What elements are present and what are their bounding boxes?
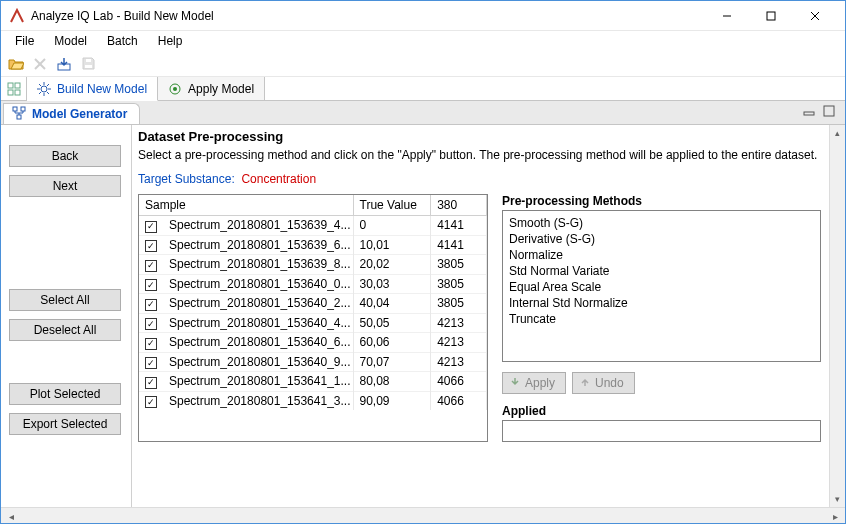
checkbox-icon[interactable]: ✓ (145, 377, 157, 389)
checkbox-icon[interactable]: ✓ (145, 260, 157, 272)
next-button[interactable]: Next (9, 175, 121, 197)
svg-rect-11 (8, 90, 13, 95)
samples-table[interactable]: Sample True Value 380 ✓Spectrum_20180801… (138, 194, 488, 442)
maximize-button[interactable] (749, 2, 793, 30)
svg-point-23 (173, 87, 177, 91)
methods-title: Pre-processing Methods (502, 194, 821, 208)
col-380[interactable]: 380 (431, 195, 487, 216)
export-selected-button[interactable]: Export Selected (9, 413, 121, 435)
scroll-left-icon[interactable]: ◂ (3, 511, 19, 522)
cell-true-value: 90,09 (353, 391, 431, 410)
svg-rect-28 (824, 106, 834, 116)
menu-batch[interactable]: Batch (99, 33, 146, 49)
scroll-right-icon[interactable]: ▸ (827, 511, 843, 522)
import-icon[interactable] (53, 53, 75, 75)
table-row[interactable]: ✓Spectrum_20180801_153640_0...30,033805 (139, 274, 487, 294)
table-row[interactable]: ✓Spectrum_20180801_153639_6...10,014141 (139, 235, 487, 255)
menu-help[interactable]: Help (150, 33, 191, 49)
cell-sample: Spectrum_20180801_153640_4... (163, 313, 353, 333)
vertical-scrollbar[interactable]: ▴ ▾ (829, 125, 845, 507)
content: Dataset Pre-processing Select a pre-proc… (131, 125, 845, 507)
methods-list[interactable]: Smooth (S-G)Derivative (S-G)NormalizeStd… (502, 210, 821, 362)
cell-380: 4213 (431, 313, 487, 333)
maximize-view-icon[interactable] (823, 105, 835, 120)
table-row[interactable]: ✓Spectrum_20180801_153639_4...04141 (139, 216, 487, 236)
methods-panel: Pre-processing Methods Smooth (S-G)Deriv… (502, 194, 821, 442)
table-row[interactable]: ✓Spectrum_20180801_153641_3...90,094066 (139, 391, 487, 410)
svg-rect-9 (8, 83, 13, 88)
list-item[interactable]: Equal Area Scale (509, 279, 814, 295)
list-item[interactable]: Std Normal Variate (509, 263, 814, 279)
applied-list[interactable] (502, 420, 821, 442)
cell-sample: Spectrum_20180801_153640_9... (163, 352, 353, 372)
cell-sample: Spectrum_20180801_153640_6... (163, 333, 353, 353)
minimize-view-icon[interactable] (803, 105, 815, 120)
cell-true-value: 60,06 (353, 333, 431, 353)
tab-model-generator[interactable]: Model Generator (3, 103, 140, 124)
col-true-value[interactable]: True Value (353, 195, 431, 216)
perspective-switcher-icon[interactable] (1, 77, 27, 100)
menubar: File Model Batch Help (1, 31, 845, 51)
down-arrow-icon (509, 376, 521, 391)
menu-model[interactable]: Model (46, 33, 95, 49)
plot-selected-button[interactable]: Plot Selected (9, 383, 121, 405)
cell-sample: Spectrum_20180801_153640_2... (163, 294, 353, 314)
cell-380: 4213 (431, 333, 487, 353)
list-item[interactable]: Derivative (S-G) (509, 231, 814, 247)
table-row[interactable]: ✓Spectrum_20180801_153640_9...70,074213 (139, 352, 487, 372)
cell-380: 4141 (431, 216, 487, 236)
menu-file[interactable]: File (7, 33, 42, 49)
list-item[interactable]: Truncate (509, 311, 814, 327)
app-icon (9, 8, 25, 24)
viewtabs: Model Generator (1, 101, 845, 125)
open-icon[interactable] (5, 53, 27, 75)
table-row[interactable]: ✓Spectrum_20180801_153641_1...80,084066 (139, 372, 487, 392)
cell-380: 4141 (431, 235, 487, 255)
scroll-down-icon[interactable]: ▾ (830, 491, 845, 507)
scroll-up-icon[interactable]: ▴ (830, 125, 845, 141)
toolbar (1, 51, 845, 77)
list-item[interactable]: Normalize (509, 247, 814, 263)
svg-line-21 (39, 92, 41, 94)
tab-label: Build New Model (57, 82, 147, 96)
checkbox-icon[interactable]: ✓ (145, 221, 157, 233)
checkbox-icon[interactable]: ✓ (145, 338, 157, 350)
svg-rect-8 (86, 59, 91, 62)
table-row[interactable]: ✓Spectrum_20180801_153640_4...50,054213 (139, 313, 487, 333)
cell-true-value: 10,01 (353, 235, 431, 255)
svg-line-18 (39, 84, 41, 86)
table-row[interactable]: ✓Spectrum_20180801_153639_8...20,023805 (139, 255, 487, 275)
undo-button[interactable]: Undo (572, 372, 635, 394)
list-item[interactable]: Smooth (S-G) (509, 215, 814, 231)
list-item[interactable]: Internal Std Normalize (509, 295, 814, 311)
table-row[interactable]: ✓Spectrum_20180801_153640_6...60,064213 (139, 333, 487, 353)
titlebar: Analyze IQ Lab - Build New Model (1, 1, 845, 31)
svg-rect-7 (85, 65, 92, 68)
cell-true-value: 40,04 (353, 294, 431, 314)
cell-380: 4066 (431, 372, 487, 392)
cell-sample: Spectrum_20180801_153641_1... (163, 372, 353, 392)
col-sample[interactable]: Sample (139, 195, 353, 216)
tab-build-new-model[interactable]: Build New Model (27, 77, 158, 101)
horizontal-scrollbar[interactable]: ◂ ▸ (1, 507, 845, 524)
checkbox-icon[interactable]: ✓ (145, 396, 157, 408)
back-button[interactable]: Back (9, 145, 121, 167)
tab-apply-model[interactable]: Apply Model (158, 77, 265, 100)
checkbox-icon[interactable]: ✓ (145, 299, 157, 311)
deselect-all-button[interactable]: Deselect All (9, 319, 121, 341)
svg-rect-12 (15, 90, 20, 95)
apply-button[interactable]: Apply (502, 372, 566, 394)
minimize-button[interactable] (705, 2, 749, 30)
delete-icon[interactable] (29, 53, 51, 75)
close-button[interactable] (793, 2, 837, 30)
table-row[interactable]: ✓Spectrum_20180801_153640_2...40,043805 (139, 294, 487, 314)
checkbox-icon[interactable]: ✓ (145, 357, 157, 369)
select-all-button[interactable]: Select All (9, 289, 121, 311)
checkbox-icon[interactable]: ✓ (145, 279, 157, 291)
checkbox-icon[interactable]: ✓ (145, 318, 157, 330)
viewtab-label: Model Generator (32, 107, 127, 121)
svg-line-20 (47, 84, 49, 86)
checkbox-icon[interactable]: ✓ (145, 240, 157, 252)
cell-true-value: 0 (353, 216, 431, 236)
save-icon[interactable] (77, 53, 99, 75)
